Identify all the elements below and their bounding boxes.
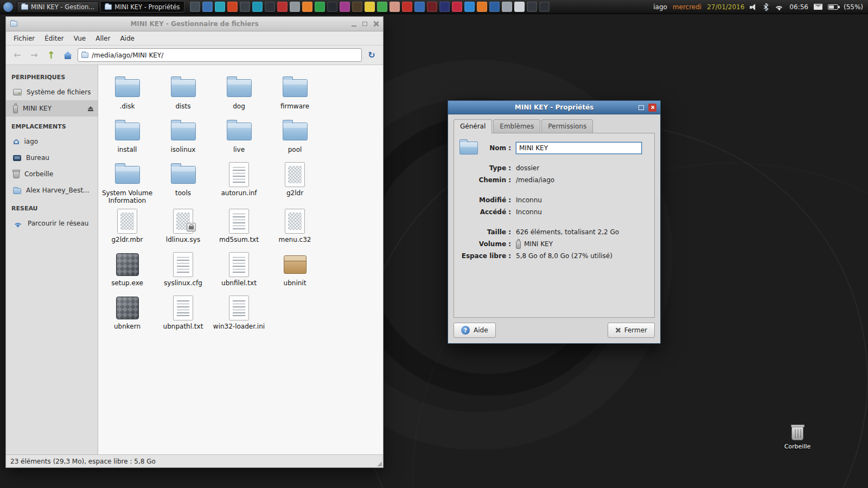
file-item[interactable]: win32-loader.ini <box>211 292 267 335</box>
help-button[interactable]: ? Aide <box>454 323 496 338</box>
applications-menu-icon[interactable] <box>3 2 13 12</box>
taskbar-button[interactable]: MINI KEY - Propriétés <box>100 1 184 12</box>
app-launcher-21[interactable] <box>439 2 450 12</box>
app-launcher-7[interactable] <box>265 2 275 12</box>
app-launcher-4[interactable] <box>227 2 238 12</box>
dialog-tab[interactable]: Emblèmes <box>493 119 540 133</box>
app-launcher-25[interactable] <box>489 2 500 12</box>
path-input[interactable] <box>92 52 358 59</box>
app-launcher-3[interactable] <box>215 2 225 12</box>
back-button[interactable] <box>10 48 24 62</box>
file-item[interactable]: ldlinux.sys <box>155 205 211 248</box>
app-launcher-1[interactable] <box>190 2 200 12</box>
file-item[interactable]: ubnkern <box>99 292 155 335</box>
sidebar-item[interactable]: Alex Harvey_Best... <box>6 182 98 198</box>
home-button[interactable] <box>61 48 75 62</box>
up-button[interactable] <box>44 48 58 62</box>
app-launcher-26[interactable] <box>502 2 512 12</box>
file-item[interactable]: ubnpathl.txt <box>155 292 211 335</box>
lock-emblem-icon <box>187 223 196 232</box>
dialog-tab[interactable]: Permissions <box>541 119 593 133</box>
file-item[interactable]: ubninit <box>267 248 323 292</box>
app-launcher-10[interactable] <box>302 2 312 12</box>
app-launcher-14[interactable] <box>352 2 362 12</box>
volume-icon[interactable] <box>750 4 758 10</box>
file-item[interactable]: g2ldr.mbr <box>99 205 155 248</box>
maximize-icon[interactable] <box>639 105 644 110</box>
dialog-tab[interactable]: Général <box>454 119 492 133</box>
wifi-icon[interactable] <box>774 4 784 10</box>
file-item[interactable]: isolinux <box>155 115 211 158</box>
folder-icon <box>115 166 140 184</box>
file-item[interactable]: syslinux.cfg <box>155 248 211 292</box>
file-item[interactable]: .disk <box>99 72 155 115</box>
close-icon[interactable] <box>648 104 656 112</box>
app-launcher-28[interactable] <box>527 2 537 12</box>
app-launcher-20[interactable] <box>427 2 437 12</box>
file-item[interactable]: setup.exe <box>99 248 155 292</box>
menubar-item[interactable]: Fichier <box>9 33 40 44</box>
app-launcher-19[interactable] <box>414 2 425 12</box>
menubar-item[interactable]: Aide <box>115 33 139 44</box>
app-launcher-23[interactable] <box>464 2 475 12</box>
refresh-button[interactable] <box>365 48 379 62</box>
app-launcher-29[interactable] <box>539 2 550 12</box>
maximize-icon[interactable] <box>362 22 367 26</box>
file-item[interactable]: ubnfilel.txt <box>211 248 267 292</box>
file-item[interactable]: pool <box>267 115 323 158</box>
app-launcher-13[interactable] <box>340 2 350 12</box>
file-item[interactable]: g2ldr <box>267 158 323 205</box>
app-launcher-2[interactable] <box>202 2 213 12</box>
app-launcher-18[interactable] <box>402 2 412 12</box>
sidebar-item[interactable]: Corbeille <box>6 166 98 182</box>
taskbar-button[interactable]: MINI KEY - Gestion... <box>17 1 99 12</box>
file-name: ldlinux.sys <box>166 236 200 244</box>
sidebar-item[interactable]: ⌂iago <box>6 133 98 150</box>
menubar-item[interactable]: Éditer <box>40 33 69 44</box>
app-launcher-17[interactable] <box>390 2 400 12</box>
sidebar-item[interactable]: Bureau <box>6 150 98 166</box>
app-launcher-16[interactable] <box>377 2 387 12</box>
eject-icon[interactable] <box>88 106 93 111</box>
file-item[interactable]: dog <box>211 72 267 115</box>
file-item[interactable]: System Volume Information <box>99 158 155 205</box>
app-launcher-22[interactable] <box>452 2 462 12</box>
fm-titlebar[interactable]: MINI KEY - Gestionnaire de fichiers <box>6 17 383 31</box>
mail-icon[interactable] <box>814 4 822 10</box>
app-launcher-8[interactable] <box>277 2 288 12</box>
battery-icon[interactable] <box>828 4 838 10</box>
file-item[interactable]: menu.c32 <box>267 205 323 248</box>
property-value-text: Inconnu <box>516 208 542 216</box>
text-file-icon <box>229 209 249 234</box>
sidebar-item[interactable]: Parcourir le réseau <box>6 215 98 232</box>
forward-button[interactable] <box>27 48 41 62</box>
menubar-item[interactable]: Aller <box>91 33 115 44</box>
home-icon: ⌂ <box>13 137 19 146</box>
app-launcher-27[interactable] <box>514 2 525 12</box>
app-launcher-11[interactable] <box>315 2 325 12</box>
file-item[interactable]: tools <box>155 158 211 205</box>
file-item[interactable]: firmware <box>267 72 323 115</box>
minimize-icon[interactable] <box>352 22 356 27</box>
file-item[interactable]: install <box>99 115 155 158</box>
file-item[interactable]: md5sum.txt <box>211 205 267 248</box>
sidebar-item[interactable]: Système de fichiers <box>6 84 98 100</box>
app-launcher-5[interactable] <box>240 2 250 12</box>
app-launcher-9[interactable] <box>290 2 300 12</box>
trash-desktop-icon[interactable]: Corbeille <box>783 426 812 450</box>
app-launcher-24[interactable] <box>477 2 487 12</box>
name-input[interactable] <box>516 142 642 154</box>
dialog-titlebar[interactable]: MINI KEY - Propriétés <box>448 101 660 114</box>
app-launcher-6[interactable] <box>252 2 263 12</box>
file-item[interactable]: autorun.inf <box>211 158 267 205</box>
file-item[interactable]: live <box>211 115 267 158</box>
close-dialog-button[interactable]: Fermer <box>608 323 655 338</box>
close-icon[interactable] <box>373 21 379 27</box>
sidebar-item[interactable]: MINI KEY <box>6 100 98 117</box>
app-launcher-12[interactable] <box>327 2 337 12</box>
file-item[interactable]: dists <box>155 72 211 115</box>
folder-icon <box>81 53 88 58</box>
app-launcher-15[interactable] <box>365 2 375 12</box>
menubar-item[interactable]: Vue <box>69 33 91 44</box>
bluetooth-icon[interactable] <box>763 3 769 11</box>
